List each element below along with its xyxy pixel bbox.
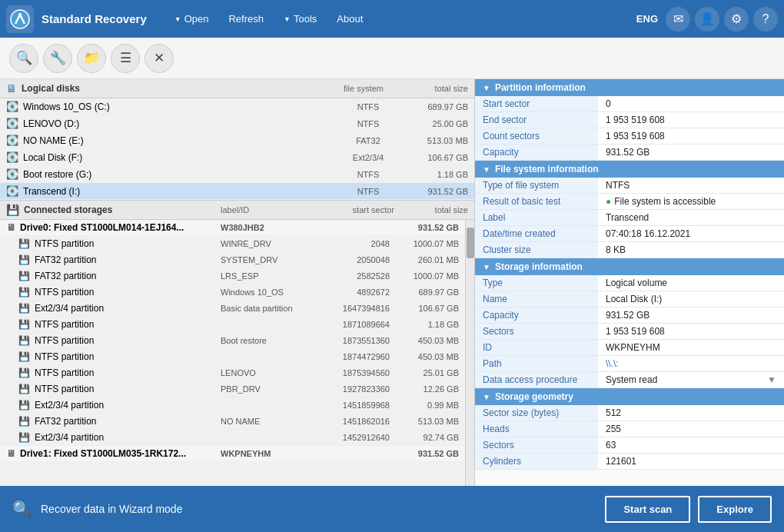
- partition-item[interactable]: 💾 NTFS partition 1871089664 1.18 GB: [0, 317, 465, 333]
- storage-item-total: 1000.07 MB: [390, 271, 459, 281]
- storage-item-total: 106.67 GB: [390, 304, 459, 313]
- partition-item[interactable]: 💾 FAT32 partition NO NAME 1451862016 513…: [0, 414, 465, 430]
- partition-item[interactable]: 💾 NTFS partition PBR_DRV 1927823360 12.2…: [0, 381, 465, 397]
- disk-name: Local Disk (F:): [23, 152, 337, 163]
- open-arrow-icon: ▼: [174, 15, 181, 23]
- partition-item[interactable]: 💾 Ext2/3/4 partition 1451859968 0.99 MB: [0, 397, 465, 414]
- storage-item-icon: 🖥: [6, 448, 15, 459]
- filesystem-info-section: ▼ File system information Type of file s…: [475, 161, 784, 258]
- scan-icon: 🔧: [50, 50, 66, 66]
- storage-item-label: SYSTEM_DRV: [221, 255, 313, 264]
- disk-size: 689.97 GB: [399, 102, 468, 111]
- info-value: WKPNEYHM: [598, 340, 784, 356]
- user-icon: 👤: [699, 12, 715, 26]
- settings-icon: ⚙: [731, 12, 742, 26]
- nav-about[interactable]: About: [327, 8, 372, 29]
- partition-item[interactable]: 💾 Ext2/3/4 partition Basic data partitio…: [0, 301, 465, 317]
- disk-fs: NTFS: [337, 119, 399, 128]
- storage-item-icon: 💾: [18, 432, 30, 443]
- logical-disk-item[interactable]: 💽 Transcend (I:) NTFS 931.52 GB: [0, 183, 474, 200]
- wizard-icon: 🔍: [12, 500, 32, 518]
- scroll-thumb[interactable]: [467, 228, 474, 258]
- close-button[interactable]: ✕: [145, 44, 174, 73]
- geometry-toggle-icon[interactable]: ▼: [483, 393, 490, 401]
- partition-item[interactable]: 💾 NTFS partition Windows 10_OS 4892672 6…: [0, 284, 465, 301]
- partition-item[interactable]: 💾 NTFS partition WINRE_DRV 2048 1000.07 …: [0, 236, 465, 252]
- language-selector[interactable]: ENG: [636, 13, 658, 25]
- dropdown-arrow-icon[interactable]: ▼: [767, 374, 776, 385]
- storage-item-name: NTFS partition: [35, 238, 221, 249]
- table-row: Sectors63: [475, 437, 784, 454]
- storage-item-total: 931.52 GB: [390, 449, 459, 458]
- storage-item-name: NTFS partition: [35, 335, 221, 346]
- info-value: 07:40:18 16.12.2021: [598, 226, 784, 242]
- storage-info-title: Storage information: [495, 261, 583, 272]
- logical-disk-item[interactable]: 💽 NO NAME (E:) FAT32 513.03 MB: [0, 132, 474, 149]
- scan-button[interactable]: 🔧: [43, 44, 72, 73]
- storage-scrollbar[interactable]: [465, 220, 474, 486]
- drive-item[interactable]: 🖥 Drive0: Fixed ST1000LM014-1EJ164... W3…: [0, 220, 465, 236]
- partition-item[interactable]: 💾 NTFS partition LENOVO 1875394560 25.01…: [0, 365, 465, 381]
- logical-disk-item[interactable]: 💽 Windows 10_OS (C:) NTFS 689.97 GB: [0, 98, 474, 115]
- storage-item-label: Basic data partition: [221, 304, 313, 313]
- filesystem-info-title: File system information: [495, 164, 599, 175]
- storage-item-start: 1647394816: [313, 304, 390, 313]
- path-link[interactable]: \\.\:: [606, 358, 619, 369]
- info-value: ●File system is accessible: [598, 194, 784, 210]
- explore-button[interactable]: Explore: [698, 496, 772, 523]
- disk-size: 106.67 GB: [399, 153, 468, 162]
- partition-item[interactable]: 💾 NTFS partition Boot restore 1873551360…: [0, 333, 465, 349]
- table-row: Data access procedureSystem read ▼: [475, 372, 784, 388]
- table-row: Type of file systemNTFS: [475, 178, 784, 194]
- search-icon: 🔍: [16, 50, 32, 66]
- info-label: Sector size (bytes): [475, 405, 598, 421]
- info-label: Date/time created: [475, 226, 598, 242]
- filesystem-toggle-icon[interactable]: ▼: [483, 165, 490, 174]
- nav-tools[interactable]: ▼ Tools: [274, 8, 326, 29]
- logical-disk-item[interactable]: 💽 LENOVO (D:) NTFS 25.00 GB: [0, 115, 474, 132]
- logical-disk-item[interactable]: 💽 Boot restore (G:) NTFS 1.18 GB: [0, 166, 474, 183]
- start-scan-button[interactable]: Start scan: [605, 496, 690, 523]
- search-button[interactable]: 🔍: [9, 44, 38, 73]
- settings-icon-btn[interactable]: ⚙: [724, 7, 749, 32]
- storage-item-label: LENOVO: [221, 368, 313, 377]
- partition-toggle-icon[interactable]: ▼: [483, 84, 490, 92]
- user-icon-btn[interactable]: 👤: [695, 7, 719, 32]
- help-icon-btn[interactable]: ?: [753, 7, 778, 32]
- storage-item-icon: 💾: [18, 303, 30, 314]
- storage-item-total: 450.03 MB: [390, 336, 459, 345]
- partition-item[interactable]: 💾 Ext2/3/4 partition 1452912640 92.74 GB: [0, 430, 465, 446]
- help-icon: ?: [762, 12, 769, 26]
- drive-item[interactable]: 🖥 Drive1: Fixed ST1000LM035-1RK172... WK…: [0, 446, 465, 462]
- info-label: Count sectors: [475, 128, 598, 145]
- storage-item-name: Ext2/3/4 partition: [35, 400, 221, 411]
- storage-info-table: TypeLogical volumeNameLocal Disk (I:)Cap…: [475, 275, 784, 388]
- nav-refresh[interactable]: Refresh: [219, 8, 273, 29]
- filesystem-info-header: ▼ File system information: [475, 161, 784, 178]
- partition-item[interactable]: 💾 FAT32 partition SYSTEM_DRV 2050048 260…: [0, 252, 465, 268]
- storage-item-total: 1000.07 MB: [390, 239, 459, 248]
- storage-item-name: FAT32 partition: [35, 254, 221, 265]
- info-label: Name: [475, 291, 598, 308]
- table-row: Path\\.\:: [475, 356, 784, 372]
- table-row: NameLocal Disk (I:): [475, 291, 784, 308]
- table-row: Capacity931.52 GB: [475, 145, 784, 161]
- nav-tools-label: Tools: [294, 13, 317, 25]
- message-icon-btn[interactable]: ✉: [666, 7, 690, 32]
- storage-item-icon: 💾: [18, 271, 30, 281]
- nav-open[interactable]: ▼ Open: [165, 8, 218, 29]
- partition-item[interactable]: 💾 FAT32 partition LRS_ESP 2582528 1000.0…: [0, 268, 465, 284]
- folder-button[interactable]: 📁: [77, 44, 106, 73]
- info-label: Cylinders: [475, 454, 598, 470]
- info-value: Local Disk (I:): [598, 291, 784, 308]
- nav-refresh-label: Refresh: [228, 13, 264, 25]
- info-label: ID: [475, 340, 598, 356]
- partition-item[interactable]: 💾 NTFS partition 1874472960 450.03 MB: [0, 349, 465, 365]
- partition-info-header: ▼ Partition information: [475, 79, 784, 96]
- col-label: label/ID: [221, 205, 313, 214]
- col-filesystem: file system: [333, 84, 394, 93]
- logical-disk-item[interactable]: 💽 Local Disk (F:) Ext2/3/4 106.67 GB: [0, 149, 474, 166]
- list-button[interactable]: ☰: [111, 44, 140, 73]
- storage-info-toggle-icon[interactable]: ▼: [483, 263, 490, 271]
- storage-item-name: FAT32 partition: [35, 271, 221, 281]
